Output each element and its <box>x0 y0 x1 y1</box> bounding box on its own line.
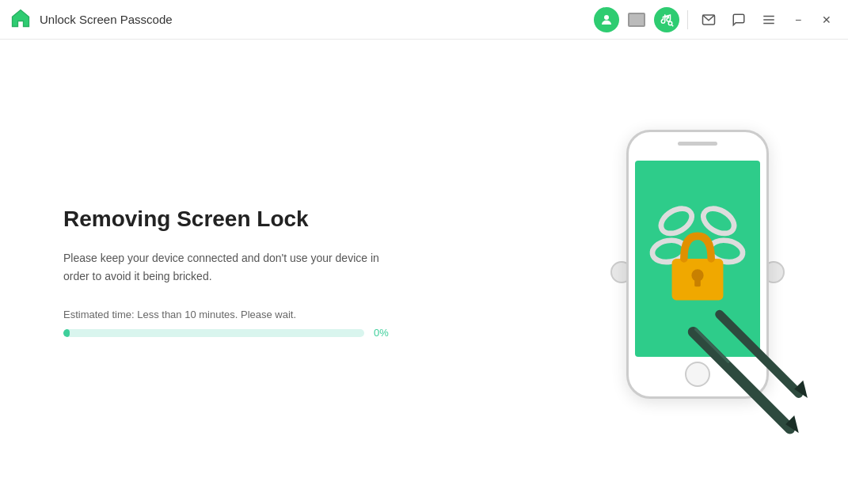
progress-percentage: 0% <box>374 327 397 339</box>
description-text: Please keep your device connected and do… <box>63 249 396 285</box>
progress-bar-background <box>63 329 364 337</box>
phone-illustration <box>610 114 785 430</box>
music-search-button[interactable] <box>654 7 679 32</box>
separator <box>687 10 688 29</box>
account-button[interactable] <box>594 7 619 32</box>
phone-screen <box>635 161 760 357</box>
svg-point-0 <box>604 15 609 20</box>
menu-button[interactable] <box>756 7 781 32</box>
phone-body <box>626 130 769 399</box>
device-button[interactable] <box>624 7 649 32</box>
home-icon[interactable] <box>10 7 32 32</box>
left-panel: Removing Screen Lock Please keep your de… <box>63 205 475 339</box>
chat-button[interactable] <box>726 7 751 32</box>
svg-marker-15 <box>785 415 799 433</box>
progress-row: 0% <box>63 327 475 339</box>
progress-section: Estimated time: Less than 10 minutes. Pl… <box>63 309 475 339</box>
titlebar-left: Unlock Screen Passcode <box>10 7 594 32</box>
svg-rect-13 <box>694 277 701 286</box>
mail-button[interactable] <box>696 7 721 32</box>
svg-line-2 <box>671 25 673 26</box>
phone-speaker <box>678 142 717 146</box>
main-content: Removing Screen Lock Please keep your de… <box>0 40 848 504</box>
svg-point-8 <box>699 203 739 238</box>
close-button[interactable]: ✕ <box>815 8 838 32</box>
main-heading: Removing Screen Lock <box>63 205 475 233</box>
estimated-time-label: Estimated time: Less than 10 minutes. Pl… <box>63 309 475 320</box>
titlebar-right: − ✕ <box>594 7 838 32</box>
titlebar: Unlock Screen Passcode <box>0 0 848 40</box>
minimize-button[interactable]: − <box>786 8 810 32</box>
progress-bar-fill <box>63 329 70 337</box>
svg-point-7 <box>656 203 696 238</box>
phone-home-button <box>685 362 710 387</box>
app-title: Unlock Screen Passcode <box>40 13 173 26</box>
svg-marker-17 <box>794 380 808 397</box>
